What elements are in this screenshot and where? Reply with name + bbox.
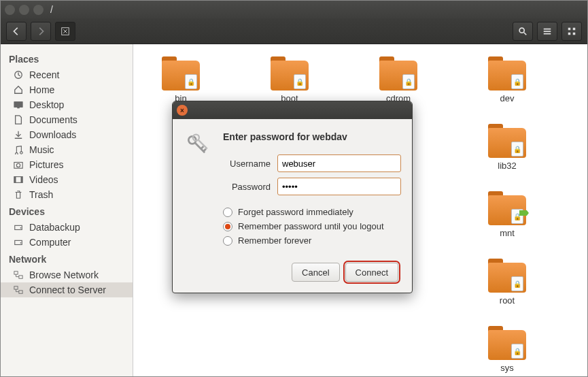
folder-icon: 🔒	[488, 61, 526, 91]
path-button[interactable]	[55, 22, 75, 41]
window-close-icon[interactable]	[5, 5, 15, 15]
sidebar-item-trash[interactable]: Trash	[1, 187, 133, 202]
lock-icon: 🔒	[511, 142, 523, 157]
cancel-button[interactable]: Cancel	[292, 263, 339, 282]
sidebar-item-label: Music	[29, 144, 54, 155]
desktop-icon	[13, 99, 24, 110]
sidebar-item-databackup[interactable]: Databackup	[1, 220, 133, 235]
video-icon	[13, 174, 24, 185]
svg-point-17	[20, 242, 22, 244]
radio-icon	[223, 236, 232, 246]
folder-boot[interactable]: 🔒boot	[256, 61, 324, 103]
folder-cdrom[interactable]: 🔒cdrom	[364, 61, 432, 103]
radio-remember-forever[interactable]: Remember forever	[223, 233, 401, 248]
folder-icon: 🔒	[271, 61, 309, 91]
folder-dev[interactable]: 🔒dev	[473, 61, 541, 103]
lock-icon: 🔒	[511, 344, 523, 359]
connect-button[interactable]: Connect	[345, 263, 398, 282]
sidebar-item-downloads[interactable]: Downloads	[1, 127, 133, 142]
folder-lib32[interactable]: 🔒lib32	[473, 128, 541, 171]
sidebar-item-label: Home	[29, 84, 54, 95]
sidebar-item-connect-server[interactable]: Connect to Server	[1, 282, 133, 297]
sidebar-item-label: Downloads	[29, 129, 76, 140]
svg-rect-19	[19, 276, 22, 278]
dialog-close-button[interactable]: ×	[177, 105, 188, 116]
forward-button[interactable]	[31, 22, 51, 41]
sidebar-item-videos[interactable]: Videos	[1, 172, 133, 187]
back-button[interactable]	[6, 22, 27, 41]
clock-icon	[13, 69, 24, 80]
sidebar-item-label: Recent	[29, 69, 59, 80]
username-label: Username	[223, 159, 271, 169]
sidebar-item-label: Pictures	[29, 159, 64, 170]
lock-icon: 🔒	[402, 74, 415, 89]
svg-rect-12	[14, 177, 16, 183]
svg-rect-2	[568, 27, 571, 30]
sidebar-item-home[interactable]: Home	[1, 82, 133, 97]
folder-icon: 🔒	[162, 61, 200, 91]
sidebar-item-browse-network[interactable]: Browse Network	[1, 267, 133, 282]
sidebar-item-documents[interactable]: Documents	[1, 112, 133, 127]
lock-icon: 🔒	[511, 74, 523, 89]
list-view-button[interactable]	[537, 22, 557, 41]
sidebar-item-label: Databackup	[29, 222, 80, 233]
radio-icon	[223, 222, 232, 231]
svg-rect-4	[568, 32, 571, 35]
svg-point-10	[16, 163, 20, 167]
sidebar-item-computer[interactable]: Computer	[1, 235, 133, 250]
folder-icon: 🔒	[488, 330, 526, 360]
radio-label: Remember password until you logout	[238, 221, 384, 231]
folder-mnt[interactable]: 🔒mnt	[473, 195, 541, 238]
document-icon	[13, 114, 24, 125]
folder-icon: 🔒	[488, 195, 526, 225]
password-dialog: × Enter password for webdav Username Pas…	[172, 101, 413, 293]
lock-icon: 🔒	[185, 74, 197, 89]
window-path: /	[50, 4, 53, 15]
radio-icon	[223, 208, 232, 217]
download-icon	[13, 129, 24, 140]
folder-icon: 🔒	[488, 263, 526, 293]
folder-sys[interactable]: 🔒sys	[473, 330, 541, 373]
drive-icon	[13, 237, 24, 248]
camera-icon	[13, 159, 24, 170]
network-icon	[13, 284, 24, 295]
sidebar-item-label: Computer	[29, 237, 71, 248]
music-icon	[13, 144, 24, 155]
search-button[interactable]	[513, 22, 533, 41]
svg-rect-21	[19, 291, 22, 293]
password-input[interactable]	[277, 178, 401, 195]
svg-rect-8	[17, 108, 20, 109]
window-titlebar: /	[1, 1, 587, 18]
folder-icon: 🔒	[488, 128, 526, 158]
lock-icon: 🔒	[294, 74, 306, 89]
svg-rect-3	[573, 27, 576, 30]
grid-view-button[interactable]	[561, 22, 582, 41]
window-minimize-icon[interactable]	[19, 5, 29, 15]
username-input[interactable]	[277, 154, 401, 172]
folder-label: root	[500, 295, 515, 306]
sidebar-heading-devices: Devices	[1, 202, 133, 220]
folder-root[interactable]: 🔒root	[473, 263, 541, 306]
radio-forget-immediately[interactable]: Forget password immediately	[223, 205, 401, 219]
folder-bin[interactable]: 🔒bin	[147, 61, 215, 103]
sidebar-item-recent[interactable]: Recent	[1, 67, 133, 82]
radio-remember-logout[interactable]: Remember password until you logout	[223, 219, 401, 233]
svg-point-15	[20, 227, 22, 229]
toolbar	[1, 18, 587, 44]
radio-label: Forget password immediately	[238, 207, 353, 217]
sidebar-item-music[interactable]: Music	[1, 142, 133, 157]
folder-label: dev	[500, 93, 515, 103]
svg-rect-20	[14, 286, 18, 289]
folder-label: mnt	[500, 228, 515, 238]
radio-label: Remember forever	[238, 235, 311, 246]
sidebar-item-label: Desktop	[29, 99, 64, 110]
sidebar: Places Recent Home Desktop Documents Dow…	[1, 44, 133, 376]
dialog-heading: Enter password for webdav	[223, 131, 401, 142]
dialog-titlebar: ×	[173, 101, 412, 119]
sidebar-item-label: Browse Network	[29, 269, 99, 280]
sidebar-item-pictures[interactable]: Pictures	[1, 157, 133, 172]
window-maximize-icon[interactable]	[33, 5, 44, 15]
sidebar-item-desktop[interactable]: Desktop	[1, 97, 133, 112]
folder-icon: 🔒	[379, 61, 417, 91]
sidebar-item-label: Connect to Server	[29, 284, 106, 295]
